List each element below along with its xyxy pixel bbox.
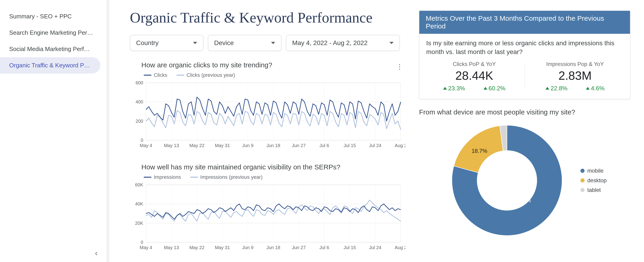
sidebar: Summary - SEO + PPC Search Engine Market… [0, 0, 107, 262]
svg-text:May 4: May 4 [140, 143, 152, 148]
metrics-row: Clicks PoP & YoY 28.44K 23.3% 60.2% Impr… [419, 59, 630, 99]
svg-text:May 13: May 13 [164, 245, 179, 250]
svg-text:0: 0 [141, 240, 143, 245]
caret-down-icon [271, 42, 275, 44]
legend-item: tablet [580, 187, 606, 193]
svg-text:Jun 27: Jun 27 [292, 143, 306, 148]
svg-text:200: 200 [136, 119, 143, 124]
filter-country[interactable]: Country [130, 35, 203, 51]
arrow-up-icon [586, 87, 590, 90]
chart-clicks-legend: Clicks Clicks (previous year) [130, 72, 405, 78]
chart-clicks-title: How are organic clicks to my site trendi… [130, 61, 405, 69]
metric-label: Impressions Pop & YoY [525, 61, 626, 67]
sidebar-collapse-button[interactable]: ‹ [95, 248, 98, 257]
chart-impressions-legend: Impressions Impressions (previous year) [130, 174, 405, 180]
arrow-up-icon [443, 87, 447, 90]
donut-block: From what device are most people visitin… [419, 108, 630, 240]
metric-value: 28.44K [424, 69, 525, 83]
svg-text:Jun 9: Jun 9 [242, 245, 254, 250]
svg-text:18.7%: 18.7% [472, 148, 487, 154]
metrics-card: Metrics Over the Past 3 Months Compared … [419, 11, 630, 99]
legend-item: desktop [580, 177, 606, 184]
dot-icon [580, 169, 584, 173]
filter-device[interactable]: Device [208, 35, 282, 51]
legend-swatch-icon [144, 75, 152, 76]
sidebar-item-social[interactable]: Social Media Marketing Perf… [0, 41, 107, 57]
sidebar-item-organic[interactable]: Organic Traffic & Keyword P… [0, 57, 100, 74]
filter-device-label: Device [214, 39, 234, 47]
svg-text:Jul 6: Jul 6 [320, 245, 329, 250]
vertical-divider [107, 0, 109, 262]
delta-pop: 22.8% [546, 85, 568, 92]
svg-text:Aug 2: Aug 2 [395, 143, 405, 148]
legend-swatch-icon [190, 177, 198, 178]
dot-icon [580, 188, 584, 192]
clicks-line-chart[interactable]: 0200400600May 4May 13May 22May 31Jun 9Ju… [130, 80, 405, 149]
sidebar-item-sem[interactable]: Search Engine Marketing Per… [0, 25, 107, 41]
main-content: Organic Traffic & Keyword Performance Co… [109, 0, 644, 262]
svg-text:Aug 2: Aug 2 [395, 245, 405, 250]
svg-text:Jul 24: Jul 24 [369, 143, 381, 148]
svg-text:Jun 18: Jun 18 [266, 245, 280, 250]
svg-text:400: 400 [136, 99, 143, 104]
metrics-header: Metrics Over the Past 3 Months Compared … [419, 11, 630, 34]
svg-text:May 4: May 4 [140, 245, 152, 250]
legend-label: Impressions [154, 174, 181, 180]
impressions-line-chart[interactable]: 020K40K60KMay 4May 13May 22May 31Jun 9Ju… [130, 182, 405, 251]
delta-yoy: 60.2% [484, 85, 506, 92]
chart-impressions-block: How well has my site maintained organic … [130, 163, 405, 251]
donut-legend: mobile desktop tablet [580, 168, 606, 193]
filter-country-label: Country [136, 39, 158, 47]
svg-text:Jul 15: Jul 15 [344, 245, 356, 250]
svg-text:Jul 24: Jul 24 [369, 245, 381, 250]
legend-label: Clicks [154, 72, 167, 78]
filter-bar: Country Device May 4, 2022 - Aug 2, 2022 [130, 35, 405, 51]
svg-text:May 13: May 13 [164, 143, 179, 148]
sidebar-item-summary[interactable]: Summary - SEO + PPC [0, 8, 107, 25]
svg-text:20K: 20K [135, 221, 143, 226]
svg-text:Jun 9: Jun 9 [242, 143, 254, 148]
legend-label: Impressions (previous year) [200, 174, 262, 180]
svg-text:0: 0 [141, 138, 143, 143]
svg-text:60K: 60K [135, 182, 143, 187]
metrics-question: Is my site earning more or less organic … [419, 34, 630, 59]
dot-icon [580, 178, 584, 182]
legend-item: Clicks (previous year) [176, 72, 235, 78]
chart-clicks-block: ⋮ How are organic clicks to my site tren… [130, 61, 405, 149]
legend-item: mobile [580, 168, 606, 174]
metric-value: 2.83M [525, 69, 626, 83]
svg-text:600: 600 [136, 80, 143, 85]
delta-yoy: 4.6% [586, 85, 604, 92]
svg-text:May 22: May 22 [189, 143, 204, 148]
legend-item: Impressions (previous year) [190, 174, 262, 180]
svg-text:79.2%: 79.2% [515, 197, 531, 203]
caret-down-icon [390, 42, 394, 44]
arrow-up-icon [546, 87, 549, 90]
metric-label: Clicks PoP & YoY [424, 61, 525, 67]
svg-text:May 31: May 31 [215, 143, 230, 148]
chart-more-button[interactable]: ⋮ [394, 61, 405, 72]
legend-swatch-icon [144, 177, 152, 178]
caret-down-icon [193, 42, 197, 44]
svg-text:40K: 40K [135, 201, 143, 206]
metric-clicks: Clicks PoP & YoY 28.44K 23.3% 60.2% [424, 61, 525, 92]
svg-text:May 22: May 22 [189, 245, 204, 250]
svg-text:Jun 27: Jun 27 [292, 245, 306, 250]
chart-impressions-title: How well has my site maintained organic … [130, 163, 405, 171]
page-title: Organic Traffic & Keyword Performance [130, 9, 405, 26]
filter-daterange[interactable]: May 4, 2022 - Aug 2, 2022 [286, 35, 400, 51]
svg-text:Jun 18: Jun 18 [266, 143, 280, 148]
svg-text:Jul 15: Jul 15 [344, 143, 356, 148]
legend-item: Impressions [144, 174, 181, 180]
delta-pop: 23.3% [443, 85, 465, 92]
device-donut-chart[interactable]: 79.2%18.7% [443, 121, 571, 240]
arrow-up-icon [484, 87, 487, 90]
svg-text:May 31: May 31 [215, 245, 230, 250]
svg-text:Jul 6: Jul 6 [320, 143, 329, 148]
legend-item: Clicks [144, 72, 167, 78]
legend-label: Clicks (previous year) [186, 72, 235, 78]
metric-impressions: Impressions Pop & YoY 2.83M 22.8% 4.6% [525, 61, 626, 92]
donut-title: From what device are most people visitin… [419, 108, 630, 116]
filter-daterange-label: May 4, 2022 - Aug 2, 2022 [292, 39, 368, 47]
legend-swatch-icon [176, 75, 184, 76]
